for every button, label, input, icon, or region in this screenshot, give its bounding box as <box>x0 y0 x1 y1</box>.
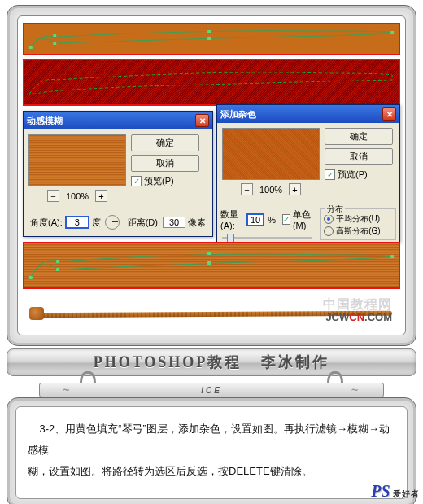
radio-icon <box>324 226 334 236</box>
cancel-button[interactable]: 取消 <box>325 148 393 165</box>
instruction-line2: 糊，设置如图。将路径转为选区后反选，按DELETE键清除。 <box>28 465 312 477</box>
ok-button[interactable]: 确定 <box>325 128 393 145</box>
mono-label: 单色(M) <box>293 208 313 230</box>
rope-frog <box>29 307 44 320</box>
distance-unit: 像素 <box>188 217 206 229</box>
watermark-brand: JCWCN.COM <box>323 312 392 323</box>
ice-banner: ICE <box>39 383 384 397</box>
sample-strip-2 <box>23 59 400 106</box>
title-right: 李冰制作 <box>261 353 329 372</box>
svg-rect-6 <box>29 276 33 279</box>
svg-rect-8 <box>56 268 59 271</box>
distribution-group: 分布 平均分布(U) 高斯分布(G) <box>320 208 396 240</box>
distance-label: 距离(D): <box>128 217 160 229</box>
tutorial-panel: 动感模糊 ✕ − 100% + 确定 <box>7 5 416 346</box>
selection-path-2 <box>24 60 399 104</box>
close-icon[interactable]: ✕ <box>195 114 209 127</box>
angle-label: 角度(A): <box>30 217 63 229</box>
bezier-path-3 <box>24 243 399 287</box>
watermark-cn: 中国教程网 <box>323 297 392 312</box>
svg-rect-4 <box>207 37 211 40</box>
uniform-radio[interactable]: 平均分布(U) <box>324 213 392 225</box>
zoom-in-button[interactable]: + <box>95 190 107 202</box>
ps-lover-logo: PS 爱好者 <box>371 482 420 501</box>
svg-rect-1 <box>53 34 56 37</box>
ice-label: ICE <box>201 386 222 395</box>
ice-hanger: ICE <box>7 376 416 396</box>
instruction-text: 3-2、用黄色填充“琴弓”图层，添加杂色，设置如图。再执行滤镜→模糊→动感模 糊… <box>15 406 408 499</box>
preview-checkbox[interactable]: ✓ 预览(P) <box>325 169 393 181</box>
zoom-out-button[interactable]: − <box>47 190 59 202</box>
checkbox-icon: ✓ <box>325 169 335 180</box>
checkbox-icon: ✓ <box>131 176 142 186</box>
instruction-line1: 用黄色填充“琴弓”图层，添加杂色，设置如图。再执行滤镜→模糊→动感模 <box>28 423 390 456</box>
title-band: PHOTOSHOP教程 李冰制作 <box>7 348 416 376</box>
radio-icon <box>324 214 334 224</box>
sample-strip-1 <box>23 23 400 55</box>
svg-rect-2 <box>53 42 56 45</box>
svg-rect-0 <box>29 46 33 49</box>
zoom-in-button[interactable]: + <box>289 183 301 195</box>
svg-rect-10 <box>207 261 211 265</box>
add-noise-preview <box>222 128 320 180</box>
svg-rect-9 <box>207 252 211 255</box>
title-left: PHOTOSHOP教程 <box>94 353 242 372</box>
add-noise-dialog: 添加杂色 ✕ − 100% + 确定 <box>216 104 400 243</box>
brushed-strip <box>24 243 399 287</box>
preview-checkbox-label: 预览(P) <box>338 169 368 181</box>
sample-strip-3 <box>23 242 400 289</box>
ps-logo-big: PS <box>371 482 390 500</box>
motion-blur-dialog: 动感模糊 ✕ − 100% + 确定 <box>23 111 213 237</box>
zoom-level: 100% <box>259 185 282 195</box>
gaussian-radio[interactable]: 高斯分布(G) <box>324 226 392 237</box>
amount-unit: % <box>268 215 276 225</box>
tutorial-inner: 动感模糊 ✕ − 100% + 确定 <box>17 15 406 335</box>
step-number: 3-2、 <box>39 423 65 435</box>
result-rope: 中国教程网 JCWCN.COM <box>23 292 400 330</box>
svg-rect-3 <box>207 30 211 33</box>
instruction-panel: 3-2、用黄色填充“琴弓”图层，添加杂色，设置如图。再执行滤镜→模糊→动感模 糊… <box>7 397 416 504</box>
angle-unit: 度 <box>92 217 101 229</box>
motion-blur-titlebar[interactable]: 动感模糊 ✕ <box>24 112 212 129</box>
motion-blur-title: 动感模糊 <box>27 115 63 127</box>
cancel-button[interactable]: 取消 <box>131 155 199 172</box>
amount-slider[interactable] <box>222 237 312 239</box>
flat-orange-strip <box>24 24 399 54</box>
preview-checkbox-label: 预览(P) <box>144 175 174 187</box>
svg-rect-5 <box>390 31 394 34</box>
angle-input[interactable]: 3 <box>65 216 89 229</box>
svg-rect-11 <box>390 255 394 258</box>
add-noise-title: 添加杂色 <box>220 108 256 121</box>
noise-strip <box>24 60 399 104</box>
zoom-out-button[interactable]: − <box>241 183 253 195</box>
motion-blur-preview <box>28 134 126 186</box>
svg-rect-7 <box>56 260 59 263</box>
distribution-legend: 分布 <box>325 204 345 215</box>
amount-label: 数量(A): <box>220 208 243 230</box>
close-icon[interactable]: ✕ <box>382 107 396 121</box>
checkbox-icon: ✓ <box>282 214 290 225</box>
preview-checkbox[interactable]: ✓ 预览(P) <box>131 175 199 187</box>
watermark: 中国教程网 JCWCN.COM <box>323 297 392 323</box>
dialog-row: 动感模糊 ✕ − 100% + 确定 <box>23 109 400 239</box>
ok-button[interactable]: 确定 <box>131 134 199 151</box>
bezier-path-1 <box>24 24 399 54</box>
add-noise-titlebar[interactable]: 添加杂色 ✕ <box>217 105 399 123</box>
angle-dial[interactable] <box>105 215 120 230</box>
ps-logo-sub: 爱好者 <box>393 489 420 498</box>
amount-input[interactable]: 10 <box>246 213 264 226</box>
mono-checkbox[interactable]: ✓ 单色(M) <box>282 208 313 230</box>
distance-input[interactable]: 30 <box>163 217 185 228</box>
zoom-level: 100% <box>66 191 89 201</box>
